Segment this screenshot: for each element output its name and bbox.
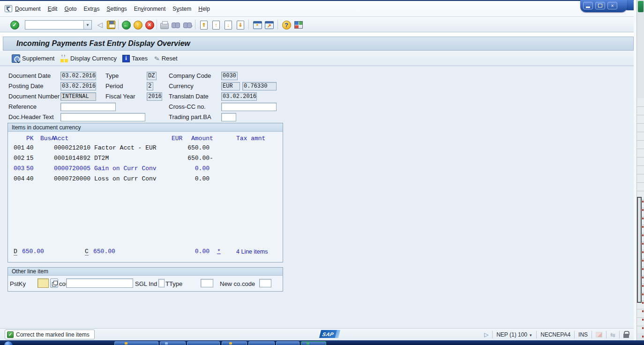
type-field[interactable]: DZ (147, 72, 157, 80)
item-row-001[interactable]: 001400000212010Factor Acct - EUR650.00 (8, 144, 283, 153)
ttype-field[interactable] (201, 279, 213, 287)
save-button[interactable] (106, 20, 116, 30)
other-line-item-title: Other line item (8, 268, 283, 276)
new-co-code-field[interactable] (259, 279, 271, 287)
taskbar-button[interactable] (222, 341, 247, 345)
exchange-rate-field[interactable]: 0.76330 (242, 82, 277, 90)
shortcut-icon: ↗ (265, 21, 274, 29)
reset-button[interactable]: ✎ Reset (153, 53, 179, 64)
create-shortcut-button[interactable]: ↗ (264, 20, 274, 30)
status-expand-icon[interactable]: ▷ (484, 331, 488, 338)
translatn-date-label: Translatn Date (169, 92, 209, 101)
back-icon: ← (122, 21, 131, 30)
posting-date-field[interactable]: 03.02.2016 (60, 82, 96, 90)
debit-total-label[interactable]: D (14, 248, 17, 255)
fiscal-year-label: Fiscal Year (105, 92, 135, 101)
taskbar-button[interactable] (114, 341, 158, 345)
type-label: Type (105, 72, 119, 80)
customize-layout-icon (294, 21, 303, 29)
back-triangle-icon: ◁ (97, 21, 103, 29)
print-button[interactable] (159, 20, 170, 30)
taskbar-button[interactable] (248, 341, 275, 345)
chrome-gap (0, 32, 637, 37)
menu-item-system[interactable]: System (172, 6, 191, 12)
restore-button[interactable] (595, 2, 605, 9)
roundtrip-icon: ⇆ (610, 331, 615, 338)
status-message-box[interactable]: ✓ Correct the marked line items (5, 330, 95, 339)
period-field[interactable]: 2 (147, 82, 153, 90)
cancel-button[interactable]: × (144, 20, 155, 30)
taskbar-button[interactable] (276, 341, 300, 345)
document-number-field[interactable]: INTERNAL (60, 92, 96, 101)
credit-total-label[interactable]: C (85, 248, 89, 255)
taxes-button[interactable]: i Taxes (121, 53, 149, 64)
item-row-002[interactable]: 002150001014892DT2M650.00- (8, 155, 283, 163)
exit-button[interactable]: ↑ (133, 20, 143, 30)
menu-item-goto[interactable]: Goto (64, 6, 76, 12)
overlap-windows-icon[interactable] (50, 278, 58, 288)
items-group-box: Items in document currency PK BusA Acct … (7, 123, 283, 262)
cross-cc-field[interactable] (221, 103, 277, 111)
line-items-count: 4 Line items (236, 248, 268, 255)
menu-item-edit[interactable]: Edit (48, 6, 58, 12)
next-page-button[interactable]: ↓ (223, 20, 233, 30)
command-dropdown-icon[interactable]: ▼ (83, 21, 91, 29)
back-button[interactable]: ← (121, 20, 131, 30)
currency-field[interactable]: EUR (221, 82, 240, 90)
minimize-button[interactable] (583, 2, 593, 9)
currency-label: Currency (169, 82, 194, 90)
company-code-field[interactable]: 0030 (221, 72, 238, 80)
taskbar-button[interactable] (187, 341, 220, 345)
balance-star[interactable]: * (217, 248, 221, 255)
help-button[interactable]: ? (281, 20, 292, 30)
menu-item-extras[interactable]: Extras (83, 6, 99, 12)
find-button[interactable] (171, 20, 181, 30)
translatn-date-field[interactable]: 03.02.2016 (221, 92, 257, 101)
system-menu-icon[interactable] (5, 5, 12, 12)
enter-button[interactable]: ✓ (9, 20, 20, 30)
command-field[interactable]: ▼ (25, 20, 92, 30)
insert-mode-field[interactable]: INS (578, 331, 588, 338)
previous-page-button[interactable]: ↑ (211, 20, 221, 30)
reference-field[interactable] (60, 103, 116, 111)
toolbar-separator (248, 20, 249, 30)
toolbar-separator (157, 20, 157, 30)
performance-icon (596, 332, 602, 338)
menu-item-settings[interactable]: Settings (106, 6, 127, 12)
new-session-icon: * (253, 21, 262, 29)
screen-title-bar: Incoming Payments Fast Entry Display Ove… (3, 37, 634, 51)
system-dropdown-icon[interactable]: ▼ (529, 333, 532, 338)
trading-ba-field[interactable] (221, 113, 236, 121)
taskbar-button[interactable] (301, 341, 326, 345)
new-session-button[interactable]: * (252, 20, 262, 30)
document-date-field[interactable]: 03.02.2016 (60, 72, 96, 80)
doc-header-text-field[interactable] (60, 113, 145, 121)
customize-layout-button[interactable] (293, 20, 304, 30)
sap-logo: SAP (319, 330, 337, 338)
find-next-button[interactable]: + (182, 20, 193, 30)
fiscal-year-field[interactable]: 2016 (147, 92, 162, 101)
command-input[interactable] (26, 21, 84, 29)
item-row-004[interactable]: 004400000720000Loss on Curr Conv0.00 (8, 175, 283, 184)
pstky-label: PstKy (10, 280, 26, 288)
pstky-field[interactable] (37, 278, 49, 288)
status-separator (606, 331, 607, 338)
system-field[interactable]: NEP (1) 100 ▼ (496, 331, 532, 338)
account-field[interactable] (66, 278, 133, 288)
status-separator (536, 331, 537, 338)
doc-header-text-label: Doc.Header Text (8, 113, 54, 121)
sgl-ind-field[interactable] (158, 279, 165, 287)
close-button[interactable]: × (607, 2, 617, 9)
host-field: NECNEPA4 (540, 331, 570, 338)
menu-item-document[interactable]: Document (15, 6, 41, 12)
success-check-icon: ✓ (7, 331, 14, 338)
menu-item-help[interactable]: Help (198, 6, 210, 12)
collapse-command-button[interactable]: ◁ (95, 20, 105, 30)
last-page-button[interactable]: ⇓ (235, 20, 246, 30)
taskbar-button[interactable] (160, 341, 186, 345)
supplement-button[interactable]: Supplement (10, 53, 56, 64)
display-currency-button[interactable]: Display Currency (59, 53, 118, 64)
item-row-003[interactable]: 003500000720005Gain on Curr Conv0.00 (8, 165, 283, 173)
menu-item-environment[interactable]: Environment (134, 6, 165, 12)
first-page-button[interactable]: ⇑ (199, 20, 209, 30)
